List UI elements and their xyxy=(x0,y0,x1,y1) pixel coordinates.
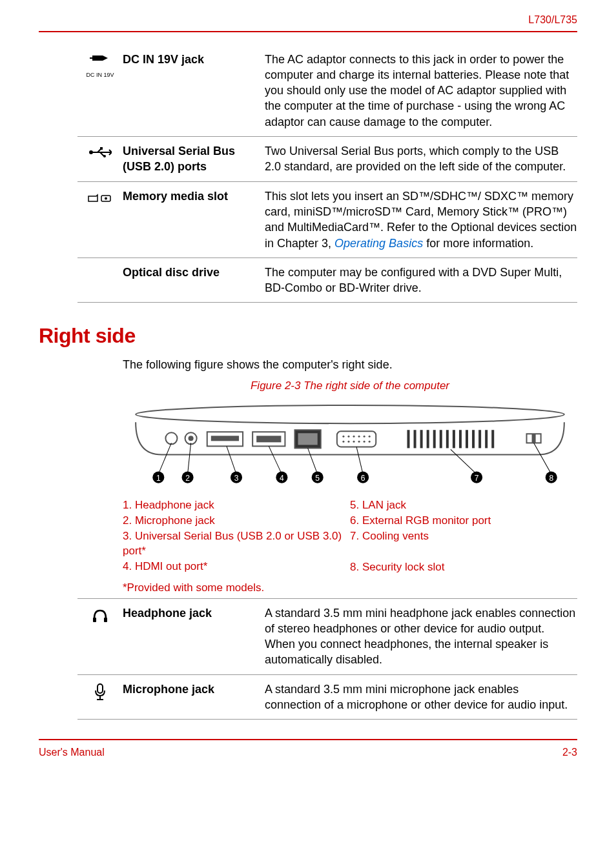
footer-right: 2-3 xyxy=(562,745,577,760)
svg-text:8: 8 xyxy=(549,474,553,483)
svg-rect-75 xyxy=(98,684,103,693)
row-microphone: Microphone jack A standard 3.5 mm mini m… xyxy=(77,675,577,720)
footer-left: User's Manual xyxy=(39,745,105,760)
header-model: L730/L735 xyxy=(39,13,577,32)
svg-line-51 xyxy=(227,446,236,474)
svg-point-29 xyxy=(353,441,355,443)
row-dc-in: DC IN 19V DC IN 19V jack The AC adaptor … xyxy=(77,45,577,137)
svg-text:5: 5 xyxy=(315,474,320,483)
svg-line-53 xyxy=(308,448,318,474)
memory-term: Memory media slot xyxy=(123,188,265,251)
svg-rect-1 xyxy=(90,57,92,59)
callout-3: 3. Universal Serial Bus (USB 2.0 or USB … xyxy=(123,529,350,559)
svg-point-24 xyxy=(358,436,360,438)
svg-text:1: 1 xyxy=(156,474,161,483)
svg-point-22 xyxy=(347,436,349,438)
optical-term: Optical disc drive xyxy=(123,265,265,296)
usb-icon xyxy=(77,143,123,175)
row-usb: Universal Serial Bus (USB 2.0) ports Two… xyxy=(77,137,577,182)
svg-text:6: 6 xyxy=(361,474,365,483)
svg-rect-15 xyxy=(211,436,239,441)
svg-rect-48 xyxy=(532,434,536,443)
page-footer: User's Manual 2-3 xyxy=(39,739,577,760)
svg-text:7: 7 xyxy=(475,474,479,483)
dc-in-desc: The AC adaptor connects to this jack in … xyxy=(265,52,577,130)
svg-point-10 xyxy=(136,405,564,423)
microphone-icon xyxy=(77,681,123,713)
svg-text:2: 2 xyxy=(185,474,190,483)
microphone-term: Microphone jack xyxy=(123,681,265,713)
optical-icon xyxy=(77,265,123,296)
row-memory: Memory media slot This slot lets you ins… xyxy=(77,182,577,258)
svg-text:3: 3 xyxy=(234,474,239,483)
svg-line-52 xyxy=(269,446,282,474)
microphone-desc: A standard 3.5 mm mini microphone jack e… xyxy=(265,681,577,713)
svg-line-55 xyxy=(451,449,477,474)
svg-point-7 xyxy=(103,155,106,157)
callout-6: 6. External RGB monitor port xyxy=(350,514,577,529)
callout-4: 4. HDMI out port* xyxy=(123,560,350,574)
svg-rect-0 xyxy=(92,56,103,61)
optical-desc: The computer may be configured with a DV… xyxy=(265,265,577,296)
right-side-diagram: 1 2 3 4 5 6 7 8 xyxy=(123,403,577,491)
svg-text:4: 4 xyxy=(280,474,284,483)
svg-line-54 xyxy=(356,447,363,474)
svg-rect-74 xyxy=(104,618,107,622)
svg-point-25 xyxy=(364,436,365,438)
svg-point-26 xyxy=(369,436,371,438)
top-definition-table: DC IN 19V DC IN 19V jack The AC adaptor … xyxy=(77,45,577,303)
svg-point-30 xyxy=(358,441,360,443)
dc-in-term: DC IN 19V jack xyxy=(123,52,265,130)
callout-7: 7. Cooling vents xyxy=(350,529,577,544)
row-headphone: Headphone jack A standard 3.5 mm mini he… xyxy=(77,599,577,675)
svg-point-31 xyxy=(364,441,365,443)
svg-rect-17 xyxy=(256,436,281,442)
svg-rect-20 xyxy=(337,431,376,447)
bottom-definition-table: Headphone jack A standard 3.5 mm mini he… xyxy=(77,598,577,720)
memory-slot-icon xyxy=(77,188,123,251)
headphone-icon xyxy=(77,605,123,668)
section-title: Right side xyxy=(39,322,577,350)
svg-rect-73 xyxy=(93,618,96,622)
dc-in-icon: DC IN 19V xyxy=(77,52,123,130)
callout-2: 2. Microphone jack xyxy=(123,514,350,529)
svg-point-23 xyxy=(353,436,355,438)
headphone-desc: A standard 3.5 mm mini headphone jack en… xyxy=(265,605,577,668)
headphone-term: Headphone jack xyxy=(123,605,265,668)
svg-point-28 xyxy=(347,441,349,443)
svg-point-11 xyxy=(165,432,177,444)
callout-1: 1. Headphone jack xyxy=(123,498,350,513)
svg-point-13 xyxy=(189,436,194,441)
svg-point-32 xyxy=(369,441,371,443)
callout-5: 5. LAN jack xyxy=(350,498,577,513)
callout-footnote: *Provided with some models. xyxy=(123,581,577,596)
svg-point-21 xyxy=(342,436,344,438)
svg-point-9 xyxy=(105,197,107,199)
operating-basics-link[interactable]: Operating Basics xyxy=(334,237,423,250)
svg-line-49 xyxy=(158,443,171,474)
svg-rect-19 xyxy=(298,433,318,445)
memory-desc: This slot lets you insert an SD™/SDHC™/ … xyxy=(265,188,577,251)
section-intro: The following figure shows the computer'… xyxy=(123,357,577,372)
svg-line-50 xyxy=(188,443,191,474)
callout-8: 8. Security lock slot xyxy=(350,560,577,575)
svg-rect-5 xyxy=(100,147,103,150)
svg-point-27 xyxy=(342,441,344,443)
callout-legend: 1. Headphone jack 2. Microphone jack 3. … xyxy=(123,498,577,576)
figure-caption: Figure 2-3 The right side of the compute… xyxy=(123,379,577,394)
svg-line-56 xyxy=(534,443,551,474)
usb-term: Universal Serial Bus (USB 2.0) ports xyxy=(123,143,265,175)
usb-desc: Two Universal Serial Bus ports, which co… xyxy=(265,143,577,175)
row-optical: Optical disc drive The computer may be c… xyxy=(77,258,577,303)
